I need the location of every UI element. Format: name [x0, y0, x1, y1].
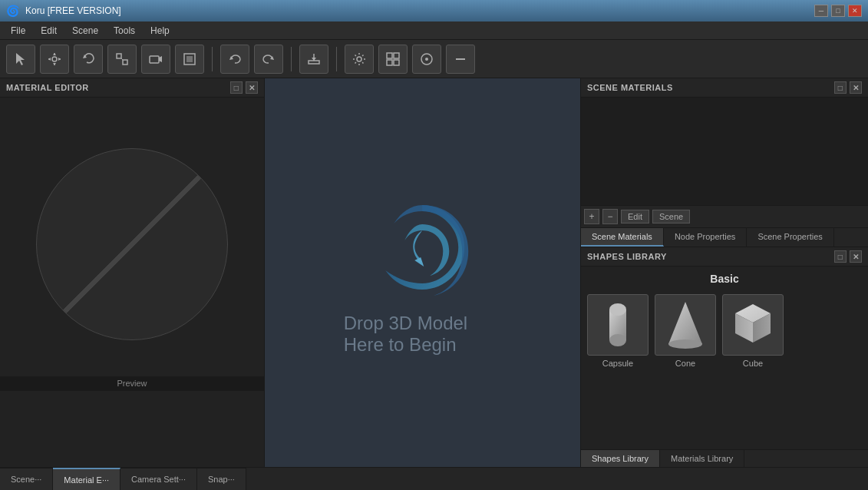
menu-file[interactable]: File — [3, 23, 33, 38]
menu-bar: File Edit Scene Tools Help — [0, 22, 868, 40]
svg-line-27 — [355, 55, 356, 55]
svg-rect-11 — [123, 60, 127, 65]
shape-item-cube[interactable]: Cube — [722, 294, 784, 368]
window-controls: ─ □ ✕ — [814, 5, 862, 17]
material-preview-area: Preview — [0, 98, 264, 390]
material-editor-header: MATERIAL EDITOR □ ✕ — [0, 78, 264, 98]
svg-point-0 — [52, 57, 57, 61]
material-editor-panel: MATERIAL EDITOR □ ✕ Preview — [0, 78, 265, 467]
menu-tools[interactable]: Tools — [106, 23, 143, 38]
scene-materials-close[interactable]: ✕ — [850, 81, 862, 94]
scene-materials-controls: □ ✕ — [834, 81, 862, 94]
tab-shapes-library[interactable]: Shapes Library — [581, 450, 660, 467]
shapes-library-title: SHAPES LIBRARY — [587, 252, 667, 261]
scene-material-button[interactable]: Scene — [652, 210, 690, 223]
scene-materials-title: SCENE MATERIALS — [587, 83, 673, 92]
menu-edit[interactable]: Edit — [33, 23, 64, 38]
lighting-button[interactable] — [345, 45, 374, 74]
material-preview-circle — [36, 148, 228, 340]
capsule-thumbnail — [587, 294, 649, 356]
svg-rect-31 — [387, 53, 392, 58]
scene-materials-panel: SCENE MATERIALS □ ✕ + − Edit Scene Scene… — [581, 78, 868, 247]
material-editor-expand[interactable]: □ — [230, 81, 243, 94]
toolbar-sep-2 — [291, 47, 292, 71]
svg-rect-34 — [394, 60, 399, 65]
scene-materials-tabs: Scene Materials Node Properties Scene Pr… — [581, 227, 868, 247]
scale-tool-button[interactable] — [107, 45, 137, 74]
render-tool-button[interactable] — [175, 45, 204, 74]
koru-logo — [361, 190, 484, 313]
undo-button[interactable] — [220, 45, 249, 74]
snap-button[interactable] — [412, 45, 441, 74]
grid-button[interactable] — [378, 45, 408, 74]
bottom-tab-camera-settings[interactable]: Camera Sett··· — [120, 468, 197, 490]
tab-node-properties[interactable]: Node Properties — [664, 228, 748, 247]
shape-item-capsule[interactable]: Capsule — [587, 294, 649, 368]
edit-material-button[interactable]: Edit — [621, 210, 649, 223]
title-text: Koru [FREE VERSION] — [25, 5, 814, 16]
bottom-tab-snap[interactable]: Snap··· — [197, 468, 246, 490]
cube-thumbnail — [722, 294, 784, 356]
shapes-library-header: SHAPES LIBRARY □ ✕ — [581, 247, 868, 267]
svg-line-12 — [121, 58, 123, 60]
add-material-button[interactable]: + — [584, 209, 599, 224]
close-button[interactable]: ✕ — [848, 5, 862, 17]
scene-materials-content — [581, 98, 868, 205]
svg-rect-19 — [309, 61, 319, 64]
svg-rect-16 — [186, 56, 193, 62]
preview-diagonal — [37, 149, 227, 339]
cone-thumbnail — [655, 294, 716, 356]
menu-help[interactable]: Help — [143, 23, 177, 38]
svg-marker-8 — [58, 58, 61, 61]
cube-icon — [726, 298, 780, 352]
tab-scene-materials[interactable]: Scene Materials — [581, 228, 664, 247]
main-layout: MATERIAL EDITOR □ ✕ Preview — [0, 78, 868, 467]
scene-materials-toolbar: + − Edit Scene — [581, 205, 868, 227]
tab-materials-library[interactable]: Materials Library — [660, 450, 744, 467]
maximize-button[interactable]: □ — [831, 5, 845, 17]
capsule-icon — [599, 298, 637, 352]
capsule-name: Capsule — [602, 359, 633, 368]
material-editor-title: MATERIAL EDITOR — [6, 83, 89, 92]
svg-rect-33 — [387, 60, 392, 65]
shapes-library-panel: SHAPES LIBRARY □ ✕ Basic — [581, 247, 868, 467]
preview-label: Preview — [0, 376, 264, 390]
move-tool-button[interactable] — [40, 45, 69, 74]
svg-line-28 — [362, 62, 363, 63]
shapes-library-controls: □ ✕ — [834, 250, 862, 263]
shapes-library-tabs: Shapes Library Materials Library — [581, 449, 868, 467]
shape-item-cone[interactable]: Cone — [655, 294, 716, 368]
minimize-button[interactable]: ─ — [814, 5, 828, 17]
svg-marker-42 — [668, 302, 702, 344]
svg-marker-7 — [48, 58, 51, 61]
cube-name: Cube — [743, 359, 763, 368]
bottom-tab-material-editor[interactable]: Material E··· — [53, 468, 120, 490]
menu-scene[interactable]: Scene — [64, 23, 106, 38]
remove-material-button[interactable]: − — [602, 209, 618, 224]
app-icon: 🌀 — [6, 5, 19, 17]
svg-marker-6 — [53, 63, 56, 65]
cone-name: Cone — [675, 359, 695, 368]
viewport[interactable]: Drop 3D Model Here to Begin — [265, 78, 580, 467]
export-button[interactable] — [299, 45, 328, 74]
svg-rect-32 — [394, 53, 399, 58]
misc-button[interactable] — [446, 45, 475, 74]
rotate-tool-button[interactable] — [74, 45, 103, 74]
material-editor-close[interactable]: ✕ — [246, 81, 258, 94]
camera-tool-button[interactable] — [141, 45, 170, 74]
redo-button[interactable] — [254, 45, 283, 74]
scene-materials-expand[interactable]: □ — [834, 81, 847, 94]
bottom-tabs: Scene··· Material E··· Camera Sett··· Sn… — [0, 467, 868, 490]
tab-scene-properties[interactable]: Scene Properties — [747, 228, 833, 247]
right-panel: SCENE MATERIALS □ ✕ + − Edit Scene Scene… — [580, 78, 868, 467]
shapes-library-expand[interactable]: □ — [834, 250, 847, 263]
shapes-library-close[interactable]: ✕ — [850, 250, 862, 263]
svg-point-43 — [668, 339, 702, 349]
toolbar-sep-3 — [336, 47, 337, 71]
select-tool-button[interactable] — [6, 45, 35, 74]
bottom-tab-scene[interactable]: Scene··· — [0, 468, 53, 490]
svg-rect-10 — [117, 54, 121, 58]
shapes-category-title: Basic — [587, 273, 862, 285]
shapes-grid: Capsule — [587, 294, 862, 368]
svg-marker-38 — [415, 257, 424, 267]
